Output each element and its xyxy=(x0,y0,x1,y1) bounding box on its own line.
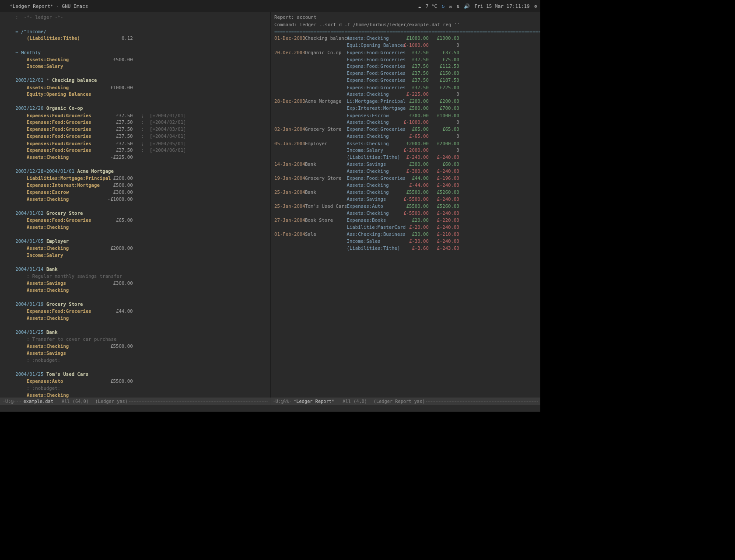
weather-icon: ☁ xyxy=(418,3,421,10)
modeline-left: -U:@--- example.dat All (64,0) (Ledger y… xyxy=(0,398,270,406)
modeline-buffer: example.dat xyxy=(24,398,53,405)
system-tray: ☁ 7 °C ↻ ✉ ⇅ 🔊 Fri 15 Mar 17:11:19 ⚙ xyxy=(418,3,537,10)
modeline-right: -U:@%%- *Ledger Report* All (4,0) (Ledge… xyxy=(270,398,541,406)
window-title: *Ledger Report* - GNU Emacs xyxy=(10,3,88,10)
modeline-pos: All (64,0) xyxy=(62,398,89,405)
minibuffer[interactable] xyxy=(0,405,540,412)
ledger-report-buffer[interactable]: Report: account Command: ledger --sort d… xyxy=(270,12,541,412)
mail-icon[interactable]: ✉ xyxy=(449,3,452,10)
gear-icon[interactable]: ⚙ xyxy=(534,3,537,10)
clock: Fri 15 Mar 17:11:19 xyxy=(475,3,530,10)
refresh-icon[interactable]: ↻ xyxy=(442,3,445,10)
network-icon[interactable]: ⇅ xyxy=(456,3,459,10)
modeline-mode: (Ledger Report yas) xyxy=(374,398,425,405)
modeline-mode: (Ledger yas) xyxy=(95,398,128,405)
volume-icon[interactable]: 🔊 xyxy=(464,3,470,10)
titlebar: *Ledger Report* - GNU Emacs ☁ 7 °C ↻ ✉ ⇅… xyxy=(0,0,540,12)
modeline-pos: All (4,0) xyxy=(343,398,367,405)
modeline-status: -U:@%%- xyxy=(273,398,291,405)
ledger-source-buffer[interactable]: ; -*- ledger -*- = /^Income/ (Liabilitie… xyxy=(0,12,270,412)
modeline-buffer: *Ledger Report* xyxy=(294,398,334,405)
modeline-status: -U:@--- xyxy=(3,398,21,405)
weather-text: 7 °C xyxy=(426,3,438,10)
